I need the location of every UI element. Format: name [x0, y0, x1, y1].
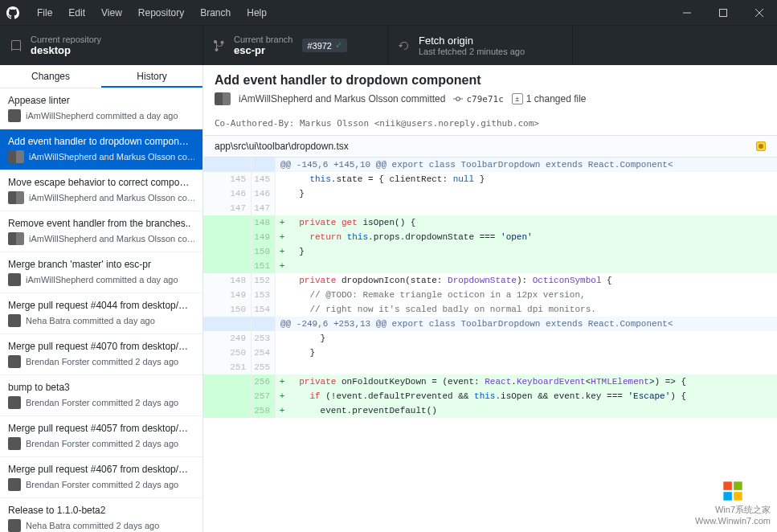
avatar	[8, 273, 21, 286]
commit-item[interactable]: Merge pull request #4044 from desktop/… …	[0, 293, 202, 334]
avatar	[8, 396, 21, 409]
avatar	[215, 92, 231, 105]
window-controls	[669, 0, 777, 25]
diff-line: 146146 }	[203, 186, 777, 201]
diff-line: 145145 this.state = { clientRect: null }	[203, 172, 777, 186]
changed-file-row[interactable]: app\src\ui\toolbar\dropdown.tsx	[203, 135, 777, 158]
diff-line: 149+ return this.props.dropdownState ===…	[203, 230, 777, 244]
commit-item[interactable]: Appease linter iAmWillShepherd committed…	[0, 88, 202, 129]
fetch-title: Fetch origin	[419, 35, 525, 47]
diff-line: 148+ private get isOpen() {	[203, 215, 777, 230]
commit-item-title: Add event handler to dropdown compon…	[8, 136, 194, 147]
commit-author: iAmWillShepherd and Markus Olsson commit…	[239, 93, 445, 104]
commit-header: Add event handler to dropdown component …	[203, 65, 777, 110]
avatar	[8, 109, 21, 122]
app-menu: FileEditViewRepositoryBranchHelp	[29, 2, 669, 23]
file-diff-icon: ±	[512, 93, 523, 104]
diff-line: 249253 }	[203, 331, 777, 346]
tab-history[interactable]: History	[101, 65, 202, 88]
diff-line: 149153 // @TODO: Remake triangle octicon…	[203, 288, 777, 302]
commit-item-meta: Neha Batra committed a day ago	[8, 314, 194, 327]
commit-item[interactable]: Move escape behavior to correct compo… i…	[0, 170, 202, 211]
commit-detail: Add event handler to dropdown component …	[203, 65, 777, 532]
commit-item[interactable]: Merge pull request #4057 from desktop/… …	[0, 416, 202, 457]
titlebar: FileEditViewRepositoryBranchHelp	[0, 0, 777, 25]
diff-line: 251255	[203, 360, 777, 374]
avatar	[8, 191, 24, 204]
commit-item-meta: Brendan Forster committed 2 days ago	[8, 437, 194, 450]
branch-label: Current branch	[234, 35, 292, 44]
commit-item[interactable]: Add event handler to dropdown compon… iA…	[0, 129, 202, 170]
diff-line: 148152 private dropdownIcon(state: Dropd…	[203, 273, 777, 288]
commit-item-meta: Brendan Forster committed 2 days ago	[8, 478, 194, 491]
commit-item-title: Merge pull request #4070 from desktop/…	[8, 341, 194, 352]
commit-item-meta: Brendan Forster committed 2 days ago	[8, 396, 194, 409]
menu-help[interactable]: Help	[239, 2, 275, 23]
diff-line: 151+	[203, 259, 777, 273]
github-logo-icon	[6, 6, 19, 19]
branch-icon	[213, 39, 226, 52]
commit-list[interactable]: Appease linter iAmWillShepherd committed…	[0, 88, 202, 532]
chevron-down-icon: ▾	[357, 40, 378, 51]
commit-item-meta: iAmWillShepherd committed a day ago	[8, 109, 194, 122]
chevron-down-icon: ▾	[172, 40, 193, 51]
tab-changes[interactable]: Changes	[0, 65, 101, 88]
repo-label: Current repository	[31, 35, 101, 44]
commit-item-meta: iAmWillShepherd and Markus Olsson co…	[8, 191, 194, 204]
diff-line: 250254 }	[203, 346, 777, 360]
commit-item[interactable]: Merge branch 'master' into esc-pr iAmWil…	[0, 252, 202, 293]
commit-item-meta: Neha Batra committed 2 days ago	[8, 519, 194, 532]
commit-item-meta: iAmWillShepherd committed a day ago	[8, 273, 194, 286]
diff-view[interactable]: @@ -145,6 +145,10 @@ export class Toolba…	[203, 158, 777, 532]
diff-line: 150154 // right now it's scaled badly on…	[203, 302, 777, 317]
commit-title: Add event handler to dropdown component	[215, 73, 766, 88]
repo-dropdown[interactable]: Current repository desktop ▾	[0, 26, 203, 65]
minimize-button[interactable]	[669, 0, 705, 25]
commit-item-title: Move escape behavior to correct compo…	[8, 177, 194, 188]
commit-item[interactable]: bump to beta3 Brendan Forster committed …	[0, 375, 202, 416]
repo-value: desktop	[31, 44, 101, 56]
diff-line: 147147	[203, 201, 777, 215]
check-icon: ✓	[335, 40, 342, 51]
commit-item-title: Merge pull request #4044 from desktop/…	[8, 300, 194, 311]
commit-item[interactable]: Release to 1.1.0-beta2 Neha Batra commit…	[0, 498, 202, 532]
menu-file[interactable]: File	[29, 2, 60, 23]
changed-files: ± 1 changed file	[512, 93, 587, 104]
menu-branch[interactable]: Branch	[192, 2, 239, 23]
svg-rect-0	[719, 9, 726, 16]
menu-view[interactable]: View	[93, 2, 130, 23]
avatar	[8, 314, 21, 327]
commit-item-title: Merge pull request #4057 from desktop/…	[8, 423, 194, 434]
menu-edit[interactable]: Edit	[60, 2, 93, 23]
commit-item-title: Release to 1.1.0-beta2	[8, 505, 194, 516]
avatar	[8, 478, 21, 491]
commit-item[interactable]: Remove event handler from the branches..…	[0, 211, 202, 252]
close-button[interactable]	[741, 0, 777, 25]
avatar	[8, 150, 24, 163]
sync-icon	[398, 39, 411, 52]
commit-body: Co-Authored-By: Markus Olsson <niik@user…	[203, 110, 777, 135]
commit-item-title: bump to beta3	[8, 382, 194, 393]
maximize-button[interactable]	[705, 0, 741, 25]
svg-point-1	[456, 97, 460, 101]
branch-dropdown[interactable]: Current branch esc-pr #3972✓ ▾	[203, 26, 388, 65]
sidebar: Changes History Appease linter iAmWillSh…	[0, 65, 203, 532]
commit-item[interactable]: Merge pull request #4067 from desktop/… …	[0, 457, 202, 498]
avatar	[8, 232, 24, 245]
diff-line: @@ -145,6 +145,10 @@ export class Toolba…	[203, 158, 777, 172]
diff-line: 256+ private onFoldoutKeyDown = (event: …	[203, 374, 777, 389]
commit-item-meta: iAmWillShepherd and Markus Olsson co…	[8, 150, 194, 163]
commit-item-title: Appease linter	[8, 95, 194, 106]
commit-item[interactable]: Merge pull request #4070 from desktop/… …	[0, 334, 202, 375]
commit-item-meta: iAmWillShepherd and Markus Olsson co…	[8, 232, 194, 245]
commit-item-title: Merge pull request #4067 from desktop/…	[8, 464, 194, 475]
commit-icon	[453, 94, 463, 104]
fetch-button[interactable]: Fetch origin Last fetched 2 minutes ago	[388, 26, 573, 65]
avatar	[8, 519, 21, 532]
toolbar: Current repository desktop ▾ Current bra…	[0, 25, 777, 65]
avatar	[8, 437, 21, 450]
fetch-subtitle: Last fetched 2 minutes ago	[419, 47, 525, 56]
commit-sha: c79e71c	[453, 94, 503, 104]
repo-icon	[10, 39, 22, 52]
menu-repository[interactable]: Repository	[130, 2, 192, 23]
